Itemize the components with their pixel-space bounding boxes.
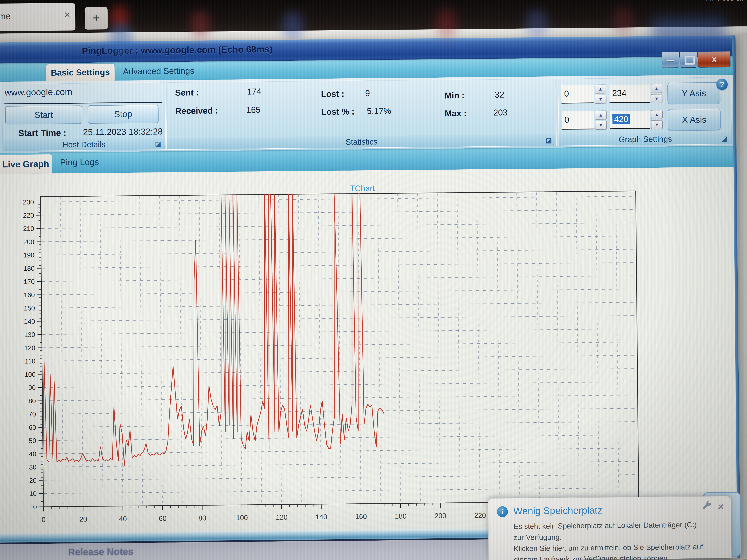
spin-down-icon[interactable]: ▼ (651, 94, 662, 103)
y-max-spin-arrows[interactable]: ▲ ▼ (651, 84, 663, 103)
new-tab-button[interactable]: + (85, 7, 108, 30)
spin-up-icon[interactable]: ▲ (651, 84, 662, 93)
toast-tools: × (702, 501, 724, 512)
x-min-spin-arrows[interactable]: ▲ ▼ (595, 110, 607, 130)
tab-basic-settings[interactable]: Basic Settings (46, 63, 114, 81)
x-min-spinner[interactable]: 0 (562, 111, 594, 130)
background-text: for video ch (706, 0, 744, 3)
tab-live-graph[interactable]: Live Graph (0, 154, 52, 174)
minimize-button[interactable] (662, 52, 679, 68)
toast-line: Klicken Sie hier, um zu ermitteln, ob Si… (514, 541, 703, 554)
help-icon[interactable]: ? (716, 79, 728, 90)
blurred-icon (525, 9, 548, 38)
wrench-icon[interactable] (702, 501, 712, 512)
spin-down-icon[interactable]: ▼ (595, 95, 607, 104)
toast-line: Es steht kein Speicherplatz auf Lokaler … (513, 519, 703, 532)
x-max-spin-arrows[interactable]: ▲ ▼ (651, 110, 663, 129)
min-label: Min : (444, 90, 465, 100)
toast-title: Wenig Speicherplatz (513, 505, 602, 517)
dialog-launcher-icon[interactable]: ◪ (155, 140, 161, 148)
settings-panels: www.google.com Start Stop Start Time : 2… (0, 75, 737, 153)
browser-tab[interactable]: me × (0, 3, 76, 31)
y-max-spinner[interactable]: 234 (610, 84, 650, 103)
lost-pct-value: 5,17% (367, 106, 391, 116)
host-input-underline (4, 102, 162, 104)
spin-down-icon[interactable]: ▼ (651, 120, 663, 129)
tab-close-icon[interactable]: × (64, 9, 70, 20)
release-notes-link[interactable]: Release Notes (68, 546, 133, 558)
chart-area (0, 167, 740, 533)
start-button[interactable]: Start (5, 105, 82, 125)
stop-button[interactable]: Stop (88, 105, 159, 124)
y-min-spin-arrows[interactable]: ▲ ▼ (595, 84, 607, 104)
x-axis-button[interactable]: X Asis (668, 109, 721, 131)
minimize-icon (667, 60, 674, 61)
blurred-icon (613, 6, 634, 34)
host-input[interactable]: www.google.com (5, 86, 72, 98)
pinglogger-window: PingLogger : www.google.com (Echo 68ms) … (0, 35, 740, 560)
tab-advanced-settings[interactable]: Advanced Settings (123, 66, 194, 76)
group-caption: Graph Settings (559, 132, 732, 145)
lost-pct-label: Lost % : (321, 107, 355, 117)
low-disk-space-toast[interactable]: i Wenig Speicherplatz Es steht kein Spei… (488, 496, 731, 560)
start-time-value: 25.11.2023 18:32:28 (83, 126, 163, 137)
blurred-icon (282, 11, 304, 41)
maximize-icon (685, 56, 695, 64)
graph-settings-group: 0 ▲ ▼ 234 ▲ ▼ Y Asis 0 ▲ ▼ 420 ▲ (558, 77, 732, 146)
close-button[interactable]: x (698, 51, 731, 68)
maximize-button[interactable] (679, 52, 698, 68)
lost-label: Lost : (321, 89, 344, 99)
y-min-spinner[interactable]: 0 (561, 85, 594, 104)
blurred-icon (651, 17, 726, 49)
blurred-icon (190, 10, 210, 38)
group-caption: Host Details (2, 138, 165, 151)
start-time-label: Start Time : (18, 128, 66, 138)
photo-of-screen: for video ch me × + PingLogger : www.goo… (0, 0, 747, 560)
blurred-icon (109, 23, 132, 54)
dialog-launcher-icon[interactable]: ◪ (721, 135, 727, 142)
toast-close-icon[interactable]: × (718, 501, 724, 512)
tab-ping-logs[interactable]: Ping Logs (60, 157, 99, 168)
sent-label: Sent : (175, 88, 199, 98)
host-details-group: www.google.com Start Stop Start Time : 2… (1, 82, 166, 151)
screen: for video ch me × + PingLogger : www.goo… (0, 0, 747, 560)
dialog-launcher-icon[interactable]: ◪ (546, 136, 552, 144)
spin-down-icon[interactable]: ▼ (595, 121, 607, 130)
selected-text: 420 (612, 114, 630, 124)
spin-up-icon[interactable]: ▲ (595, 110, 607, 119)
max-value: 203 (493, 108, 508, 117)
max-label: Max : (445, 108, 467, 118)
group-caption: Statistics (167, 134, 556, 149)
info-icon: i (497, 506, 508, 517)
y-axis-button[interactable]: Y Asis (667, 82, 721, 105)
statistics-group: Sent : 174 Received : 165 Lost : 9 Lost … (166, 78, 557, 150)
spin-up-icon[interactable]: ▲ (651, 110, 663, 119)
x-max-spinner[interactable]: 420 (610, 110, 650, 129)
sent-value: 174 (247, 87, 261, 97)
received-label: Received : (175, 106, 218, 116)
lost-value: 9 (365, 88, 370, 98)
browser-tab-label: me (0, 11, 11, 22)
toast-line: zur Verfügung. (514, 530, 703, 543)
close-icon: x (698, 53, 730, 64)
received-value: 165 (246, 105, 261, 115)
toast-body: Es steht kein Speicherplatz auf Lokaler … (513, 519, 703, 560)
min-value: 32 (495, 90, 504, 100)
blurred-icon (436, 8, 457, 37)
spin-up-icon[interactable]: ▲ (595, 84, 607, 94)
